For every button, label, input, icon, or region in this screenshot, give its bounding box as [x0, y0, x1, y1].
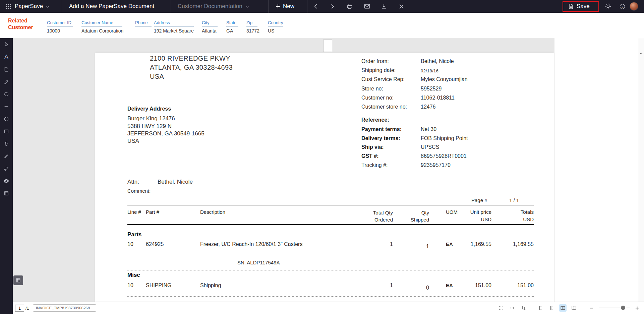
topbar-divider: [62, 0, 62, 13]
page-number-label: Page #: [471, 197, 487, 203]
gear-icon: [605, 3, 611, 10]
tool-text-button[interactable]: A: [0, 51, 13, 63]
tool-stamp-button[interactable]: [0, 137, 13, 150]
thumbnails-toggle-button[interactable]: [13, 275, 23, 285]
page-number-value: 1 / 1: [509, 197, 519, 203]
cell-qty-shipped: 1: [386, 244, 429, 250]
cell-total: 1,169.55: [491, 241, 534, 247]
order-info-value: Bethel, Nicole: [421, 58, 454, 64]
zoom-slider[interactable]: [599, 304, 630, 312]
snip-button[interactable]: [520, 304, 527, 312]
add-document-menu[interactable]: Add a New PaperSave Document: [69, 0, 154, 13]
doc-type-dropdown[interactable]: Customer Documentation: [178, 0, 249, 13]
grid-icon: [16, 278, 21, 283]
zoom-in-button[interactable]: [633, 304, 641, 312]
col-header-description: Description: [200, 209, 225, 215]
book-view-button[interactable]: [570, 304, 578, 312]
viewer-controls: [497, 302, 641, 314]
chevron-down-icon: [46, 5, 50, 9]
serial-number-note: SN: ALDP117549A: [237, 260, 280, 265]
filename-chip[interactable]: INVOICE_TMP8193730966268...: [33, 304, 96, 312]
field-value: Adatum Corporation: [81, 28, 123, 34]
cell-unit-price: 1,169.55: [449, 241, 491, 247]
tool-polygon-button[interactable]: [0, 113, 13, 125]
user-avatar[interactable]: [630, 0, 638, 13]
brand-menu[interactable]: PaperSave: [15, 0, 50, 13]
section-misc: Misc: [127, 272, 140, 278]
circle-icon: [4, 91, 9, 97]
tool-line-button[interactable]: [0, 100, 13, 113]
page-number-input[interactable]: [15, 305, 24, 312]
related-title-line2: Customer: [8, 24, 33, 31]
tool-table-button[interactable]: [0, 187, 13, 199]
email-button[interactable]: [361, 0, 373, 13]
page-total-label: /1: [25, 306, 29, 311]
tool-ruler-button[interactable]: [0, 162, 13, 175]
tool-pen-button[interactable]: [0, 150, 13, 162]
tool-ellipse-button[interactable]: [0, 88, 13, 100]
minus-icon: [589, 306, 594, 310]
tool-note-button[interactable]: [0, 63, 13, 75]
order-info-label: Cust Service Rep:: [361, 76, 405, 82]
col-header-qty-shipped: Qty Shipped: [386, 209, 429, 223]
apps-grid-icon: [6, 4, 11, 9]
table-rule: [127, 205, 534, 205]
single-page-view-button[interactable]: [537, 304, 544, 312]
tool-rectangle-button[interactable]: [0, 125, 13, 137]
chevron-right-icon: [330, 4, 335, 9]
table-rule-dotted: [127, 296, 534, 297]
field-label: Address: [154, 20, 194, 27]
cell-total: 151.00: [491, 282, 534, 289]
col-header-unit-price: Unit price: [449, 209, 491, 215]
order-info-value: Myles Couyoumjian: [421, 76, 468, 82]
topbar-divider: [171, 0, 171, 13]
apps-launcher-button[interactable]: [3, 0, 13, 13]
line-icon: [4, 104, 9, 109]
pointer-icon: [4, 42, 9, 47]
field-address: Address 192 Market Square: [154, 20, 194, 34]
nav-forward-button[interactable]: [327, 0, 337, 13]
field-value: GA: [226, 28, 238, 34]
new-button[interactable]: New: [276, 0, 294, 13]
annotation-toolbar: A: [0, 38, 13, 314]
field-label: City: [202, 20, 218, 27]
tool-hide-annotations-button[interactable]: [0, 175, 13, 187]
download-button[interactable]: [378, 0, 390, 13]
two-page-view-button[interactable]: [559, 304, 567, 312]
currency-label: USD: [449, 216, 491, 222]
sender-line: USA: [150, 73, 164, 80]
envelope-icon: [364, 3, 370, 10]
print-button[interactable]: [344, 0, 355, 13]
fit-width-button[interactable]: [509, 304, 516, 312]
field-label: Customer Name: [81, 20, 122, 27]
topbar-divider: [307, 0, 307, 13]
attn-label: Attn:: [127, 179, 139, 185]
chevron-down-icon: [245, 5, 249, 9]
comment-label: Comment:: [127, 188, 151, 194]
close-button[interactable]: [396, 0, 407, 13]
vertical-scrollbar[interactable]: [638, 38, 644, 302]
continuous-view-button[interactable]: [548, 304, 555, 312]
printer-icon: [346, 3, 353, 10]
related-customer-title: Related Customer: [8, 17, 33, 31]
book-view-icon: [571, 305, 577, 311]
terms-label: Payment terms:: [361, 126, 402, 132]
scroll-up-button[interactable]: [638, 50, 644, 56]
nav-back-button[interactable]: [311, 0, 321, 13]
zoom-slider-knob[interactable]: [621, 306, 625, 310]
fullscreen-button[interactable]: [497, 304, 505, 312]
brand-label: PaperSave: [15, 3, 43, 10]
delivery-line: JEFFERSON, GA 30549-1665: [127, 130, 204, 137]
field-label: State: [226, 20, 238, 27]
settings-button[interactable]: [603, 0, 613, 13]
tool-select-button[interactable]: [0, 38, 13, 51]
help-icon: ?: [619, 3, 626, 10]
zoom-out-button[interactable]: [588, 304, 595, 312]
save-button[interactable]: Save: [568, 0, 590, 13]
tool-highlighter-button[interactable]: [0, 75, 13, 88]
order-info-value: 02/18/16: [421, 68, 438, 73]
save-icon: [568, 3, 574, 9]
help-button[interactable]: ?: [617, 0, 628, 13]
order-info-label: Store no:: [361, 86, 383, 92]
terms-label: Tracking #:: [361, 162, 388, 168]
